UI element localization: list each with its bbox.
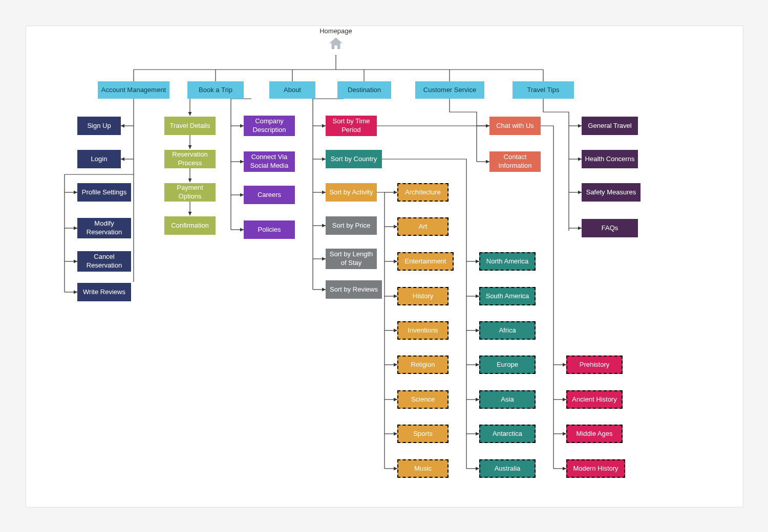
tips-health: Health Concerns (582, 150, 638, 168)
act-music: Music (397, 459, 449, 478)
ctry-australia: Australia (479, 459, 536, 478)
act-religion: Religion (397, 356, 449, 374)
book-confirm: Confirmation (164, 216, 216, 235)
svc-chat: Chat with Us (489, 117, 541, 135)
nav-account: Account Management (98, 81, 169, 99)
acct-cancel: Cancel Reservation (77, 251, 131, 272)
nav-destination: Destination (337, 81, 391, 99)
ctry-sa: South America (479, 287, 536, 305)
period-ancient: Ancient History (566, 390, 623, 409)
ctry-africa: Africa (479, 321, 536, 340)
acct-signup: Sign Up (77, 117, 121, 135)
about-policies: Policies (244, 220, 295, 239)
acct-reviews: Write Reviews (77, 283, 131, 301)
diagram-canvas: Homepage Account Management Book a Trip … (26, 26, 743, 507)
tips-safety: Safety Measures (582, 183, 641, 202)
period-prehistory: Prehistory (566, 356, 623, 374)
act-entertainment: Entertainment (397, 252, 454, 271)
ctry-na: North America (479, 252, 536, 271)
sort-reviews: Sort by Reviews (326, 280, 382, 299)
nav-service: Customer Service (415, 81, 484, 99)
act-architecture: Architecture (397, 183, 449, 202)
act-art: Art (397, 217, 449, 236)
about-company: Company Description (244, 116, 295, 136)
act-history: History (397, 287, 449, 305)
tips-general: General Travel (582, 117, 638, 135)
sort-time: Sort by Time Period (326, 116, 377, 136)
about-careers: Careers (244, 186, 295, 204)
acct-profile: Profile Settings (77, 183, 131, 202)
nav-tips: Travel Tips (513, 81, 574, 99)
book-details: Travel Details (164, 117, 216, 135)
ctry-europe: Europe (479, 356, 536, 374)
act-science: Science (397, 390, 449, 409)
acct-modify: Modify Reservation (77, 218, 131, 238)
act-sports: Sports (397, 425, 449, 443)
page: Homepage Account Management Book a Trip … (0, 0, 768, 532)
period-middle: Middle Ages (566, 425, 623, 443)
book-payment: Payment Options (164, 183, 216, 202)
acct-login: Login (77, 150, 121, 168)
svc-contact: Contact Information (489, 151, 541, 172)
nav-book: Book a Trip (187, 81, 244, 99)
sort-price: Sort by Price (326, 216, 377, 235)
sort-country: Sort by Country (326, 150, 382, 168)
nav-about: About (269, 81, 315, 99)
sort-activity: Sort by Activity (326, 183, 377, 202)
sort-length: Sort by Length of Stay (326, 249, 377, 269)
about-social: Connect Via Social Media (244, 151, 295, 172)
ctry-antarctica: Antarctica (479, 425, 536, 443)
tips-faqs: FAQs (582, 219, 638, 237)
act-inventions: Inventions (397, 321, 449, 340)
period-modern: Modern History (566, 459, 625, 478)
home-icon (327, 35, 345, 55)
ctry-asia: Asia (479, 390, 536, 409)
book-reservation: Reservation Process (164, 150, 216, 168)
